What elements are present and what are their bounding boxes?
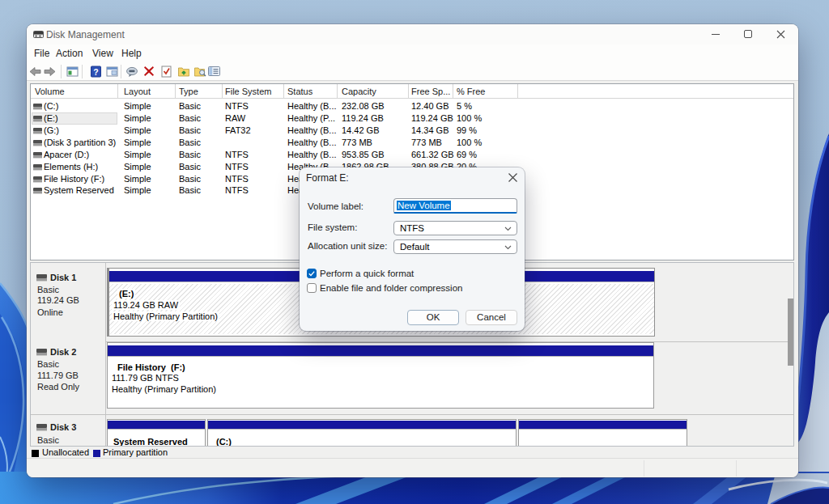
- svg-text:?: ?: [93, 67, 98, 77]
